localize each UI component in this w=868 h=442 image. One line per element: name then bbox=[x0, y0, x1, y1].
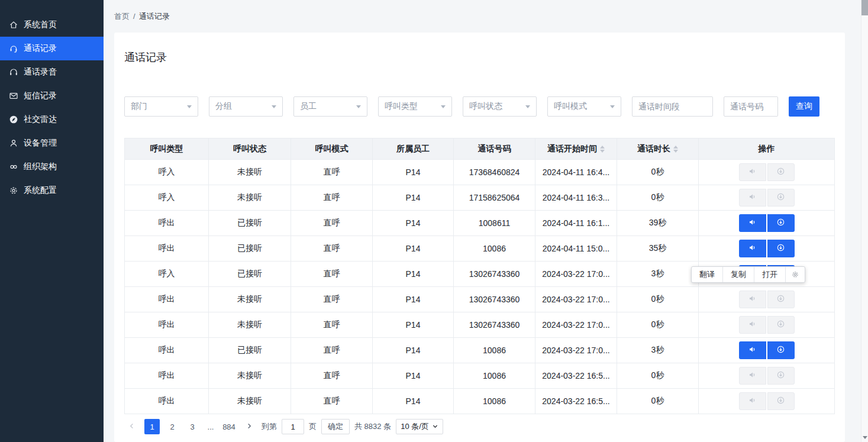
duration-cell: 0秒 bbox=[617, 160, 699, 185]
actions-cell bbox=[699, 389, 835, 414]
mail-icon bbox=[9, 91, 18, 101]
sort-icon[interactable] bbox=[673, 146, 678, 153]
filter-select-1[interactable]: 分组 bbox=[209, 96, 283, 117]
column-header: 操作 bbox=[699, 138, 835, 160]
download-button[interactable] bbox=[767, 214, 795, 232]
page-number-button[interactable]: 1 bbox=[144, 419, 160, 434]
sort-icon[interactable] bbox=[600, 146, 605, 153]
table-header-row: 呼叫类型呼叫状态呼叫模式所属员工通话号码通话开始时间通话时长操作 bbox=[125, 138, 835, 160]
download-button[interactable] bbox=[767, 367, 795, 385]
table-row: 呼出未接听直呼P14130267433602024-03-22 17:0...0… bbox=[125, 312, 835, 338]
scroll-down-arrow-icon[interactable] bbox=[863, 436, 867, 439]
call-type-cell: 呼出 bbox=[125, 287, 209, 312]
sidebar-item-2[interactable]: 通话录音 bbox=[0, 60, 104, 84]
start-time-cell: 2024-03-22 17:0... bbox=[535, 287, 617, 312]
page-number-button[interactable]: 884 bbox=[221, 419, 237, 434]
download-button[interactable] bbox=[767, 291, 795, 308]
breadcrumb: 首页 / 通话记录 bbox=[114, 0, 845, 33]
call-type-cell: 呼入 bbox=[125, 185, 209, 211]
employee-cell: P14 bbox=[373, 389, 454, 414]
page-number-button[interactable]: 2 bbox=[164, 419, 180, 434]
app-window: 系统首页通话记录通话录音短信记录社交雷达设备管理组织架构系统配置 首页 / 通话… bbox=[0, 0, 868, 442]
sidebar-item-7[interactable]: 系统配置 bbox=[0, 179, 104, 202]
duration-cell: 39秒 bbox=[617, 211, 699, 236]
play-audio-button[interactable] bbox=[739, 189, 766, 207]
phone-icon bbox=[9, 44, 18, 53]
jump-suffix-label: 页 bbox=[309, 421, 317, 432]
start-time-cell: 2024-03-22 17:0... bbox=[535, 312, 617, 338]
filter-input-1[interactable] bbox=[724, 96, 778, 117]
total-count-label: 共 8832 条 bbox=[354, 421, 391, 432]
play-audio-button[interactable] bbox=[739, 163, 766, 181]
play-audio-button[interactable] bbox=[739, 316, 766, 334]
chevron-down-icon bbox=[525, 105, 530, 108]
filter-bar: 部门分组员工呼叫类型呼叫状态呼叫模式查询 bbox=[124, 96, 835, 117]
play-audio-button[interactable] bbox=[739, 367, 766, 385]
call-status-cell: 未接听 bbox=[209, 287, 291, 312]
download-button[interactable] bbox=[767, 392, 795, 410]
download-button[interactable] bbox=[767, 189, 795, 207]
number-cell: 1008611 bbox=[454, 211, 535, 236]
call-mode-cell: 直呼 bbox=[291, 338, 373, 363]
play-audio-button[interactable] bbox=[739, 392, 766, 410]
scrollbar-thumb[interactable] bbox=[861, 0, 868, 15]
download-icon bbox=[776, 243, 785, 254]
volume-icon bbox=[748, 345, 757, 356]
prev-page-button[interactable] bbox=[124, 419, 140, 434]
sidebar-item-1[interactable]: 通话记录 bbox=[0, 37, 104, 60]
employee-cell: P14 bbox=[373, 211, 454, 236]
vertical-scrollbar[interactable] bbox=[861, 0, 868, 442]
table-row: 呼入未接听直呼P14173684608242024-04-11 16:4...0… bbox=[125, 160, 835, 185]
page-number-button[interactable]: 3 bbox=[185, 419, 200, 434]
play-audio-button[interactable] bbox=[739, 341, 766, 359]
confirm-button[interactable]: 确定 bbox=[321, 419, 350, 434]
employee-cell: P14 bbox=[373, 287, 454, 312]
chevron-down-icon bbox=[187, 105, 192, 108]
duration-cell: 0秒 bbox=[617, 312, 699, 338]
home-icon bbox=[9, 20, 18, 30]
filter-select-5[interactable]: 呼叫模式 bbox=[547, 96, 621, 117]
device-icon bbox=[9, 138, 18, 148]
context-menu-item-0[interactable]: 翻译 bbox=[692, 267, 723, 282]
call-status-cell: 已接听 bbox=[209, 211, 291, 236]
download-button[interactable] bbox=[767, 341, 795, 359]
filter-select-3[interactable]: 呼叫类型 bbox=[378, 96, 452, 117]
sidebar: 系统首页通话记录通话录音短信记录社交雷达设备管理组织架构系统配置 bbox=[0, 0, 104, 442]
sidebar-item-6[interactable]: 组织架构 bbox=[0, 155, 104, 179]
sidebar-item-5[interactable]: 设备管理 bbox=[0, 131, 104, 155]
download-button[interactable] bbox=[767, 316, 795, 334]
filter-select-2[interactable]: 员工 bbox=[293, 96, 367, 117]
chevron-down-icon bbox=[432, 422, 438, 431]
filter-select-0[interactable]: 部门 bbox=[124, 96, 198, 117]
number-cell: 13026743360 bbox=[454, 262, 535, 287]
sidebar-item-0[interactable]: 系统首页 bbox=[0, 13, 104, 37]
play-audio-button[interactable] bbox=[739, 214, 766, 232]
call-type-cell: 呼出 bbox=[125, 236, 209, 262]
employee-cell: P14 bbox=[373, 312, 454, 338]
actions-cell bbox=[699, 363, 835, 389]
call-status-cell: 未接听 bbox=[209, 160, 291, 185]
context-menu-item-1[interactable]: 复制 bbox=[723, 267, 754, 282]
next-page-button[interactable] bbox=[241, 419, 257, 434]
query-button[interactable]: 查询 bbox=[789, 96, 819, 117]
table-row: 呼出未接听直呼P14100862024-03-22 16:5...0秒 bbox=[125, 363, 835, 389]
sidebar-item-3[interactable]: 短信记录 bbox=[0, 84, 104, 108]
context-menu: 翻译复制打开 bbox=[691, 266, 805, 283]
page-jump-input[interactable] bbox=[282, 419, 304, 434]
download-button[interactable] bbox=[767, 240, 795, 257]
gear-icon[interactable] bbox=[786, 267, 805, 282]
page-size-select[interactable]: 10 条/页 bbox=[396, 419, 443, 434]
filter-select-4[interactable]: 呼叫状态 bbox=[463, 96, 537, 117]
call-type-cell: 呼入 bbox=[125, 262, 209, 287]
filter-input-0[interactable] bbox=[632, 96, 713, 117]
download-button[interactable] bbox=[767, 163, 795, 181]
breadcrumb-home[interactable]: 首页 bbox=[114, 11, 130, 22]
sidebar-item-4[interactable]: 社交雷达 bbox=[0, 108, 104, 131]
chevron-down-icon bbox=[356, 105, 361, 108]
download-icon bbox=[776, 370, 785, 381]
start-time-cell: 2024-04-11 16:3... bbox=[535, 185, 617, 211]
context-menu-item-2[interactable]: 打开 bbox=[754, 267, 786, 282]
play-audio-button[interactable] bbox=[739, 291, 766, 308]
column-header: 通话号码 bbox=[454, 138, 535, 160]
play-audio-button[interactable] bbox=[739, 240, 766, 257]
